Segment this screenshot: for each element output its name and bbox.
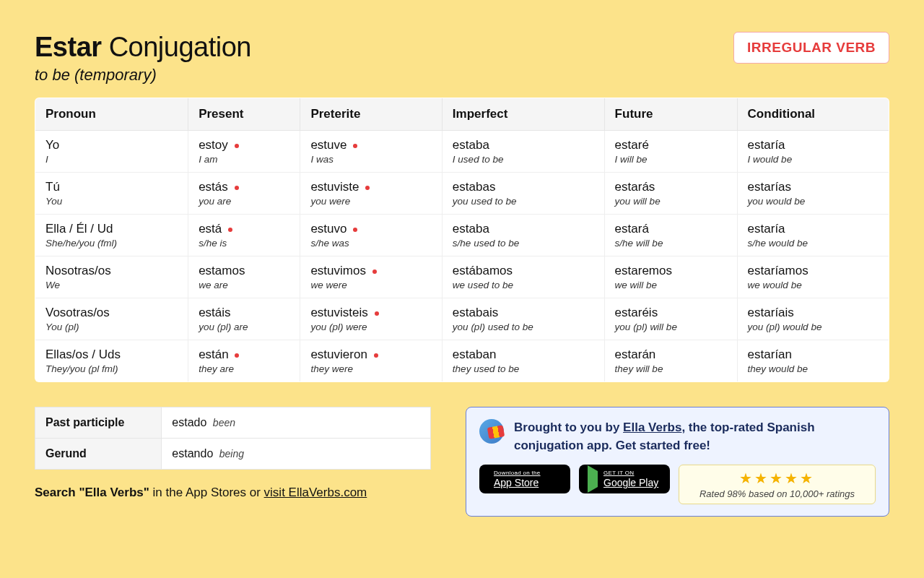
pronoun-cell: TúYou (35, 173, 188, 215)
conjugation-table: PronounPresentPreteriteImperfectFutureCo… (35, 98, 889, 382)
conjugation-cell: estarás/he will be (604, 215, 737, 256)
conjugation-cell: estuvieron they were (300, 340, 442, 382)
irregular-dot-icon (228, 228, 232, 232)
gerund-label: Gerund (35, 439, 162, 470)
play-icon (588, 471, 598, 488)
conjugation-cell: estaríaisyou (pl) would be (737, 298, 889, 340)
conjugation-cell: estuve I was (300, 131, 442, 173)
past-participle-row: Past participle estado been (35, 407, 431, 439)
conjugation-cell: estuvisteis you (pl) were (300, 298, 442, 340)
conjugation-cell: estaríaI would be (737, 131, 889, 173)
irregular-dot-icon (375, 311, 379, 316)
conjugation-cell: estabas/he used to be (442, 215, 604, 256)
promo-top: Brought to you by Ella Verbs, the top-ra… (479, 419, 876, 454)
column-header: Pronoun (35, 98, 188, 131)
visit-link[interactable]: visit EllaVerbs.com (264, 486, 367, 499)
conjugation-cell: estaréisyou (pl) will be (604, 298, 737, 340)
conjugation-cell: estarásyou will be (604, 173, 737, 215)
rating-text: Rated 98% based on 10,000+ ratings (699, 488, 855, 499)
irregular-dot-icon (365, 186, 370, 190)
table-row: Vosotras/osYou (pl)estáisyou (pl) areest… (35, 298, 889, 340)
conjugation-cell: estabaI used to be (442, 131, 604, 173)
promo-text: Brought to you by Ella Verbs, the top-ra… (514, 419, 876, 454)
pronoun-cell: Ellas/os / UdsThey/you (pl fml) (35, 340, 188, 382)
conjugation-cell: estás you are (188, 173, 300, 215)
pronoun-cell: YoI (35, 131, 188, 173)
irregular-dot-icon (235, 144, 239, 148)
conjugation-cell: estarías/he would be (737, 215, 889, 256)
past-participle-value: estado been (162, 407, 431, 439)
table-row: TúYouestás you areestuviste you wereesta… (35, 173, 889, 215)
irregular-dot-icon (372, 269, 377, 274)
gerund-value: estando being (162, 439, 431, 470)
table-row: YoIestoy I amestuve I wasestabaI used to… (35, 131, 889, 173)
conjugation-cell: estabasyou used to be (442, 173, 604, 215)
bottom-section: Past participle estado been Gerund estan… (35, 407, 889, 517)
promo-bottom: Download on the App Store GET IT ON Goog… (479, 465, 876, 504)
conjugation-cell: estaríanthey would be (737, 340, 889, 382)
column-header: Conditional (737, 98, 889, 131)
conjugation-cell: estuviste you were (300, 173, 442, 215)
globe-icon (479, 419, 504, 444)
conjugation-cell: estabanthey used to be (442, 340, 604, 382)
conjugation-cell: estaremoswe will be (604, 256, 737, 298)
irregular-badge: IRREGULAR VERB (733, 32, 889, 64)
conjugation-cell: estuvo s/he was (300, 215, 442, 256)
column-header: Imperfect (442, 98, 604, 131)
table-header-row: PronounPresentPreteriteImperfectFutureCo… (35, 98, 889, 131)
column-header: Future (604, 98, 737, 131)
conjugation-cell: estuvimos we were (300, 256, 442, 298)
table-row: Ellas/os / UdsThey/you (pl fml)están the… (35, 340, 889, 382)
conjugation-cell: están they are (188, 340, 300, 382)
conjugation-cell: estamoswe are (188, 256, 300, 298)
pronoun-cell: Ella / Él / UdShe/he/you (fml) (35, 215, 188, 256)
conjugation-cell: está s/he is (188, 215, 300, 256)
irregular-dot-icon (235, 353, 239, 358)
table-row: Ella / Él / UdShe/he/you (fml)está s/he … (35, 215, 889, 256)
conjugation-cell: estáisyou (pl) are (188, 298, 300, 340)
title-suffix: Conjugation (109, 32, 251, 62)
ella-verbs-link[interactable]: Ella Verbs (623, 420, 681, 434)
conjugation-cell: estaríasyou would be (737, 173, 889, 215)
gerund-row: Gerund estando being (35, 439, 431, 470)
conjugation-cell: estaréI will be (604, 131, 737, 173)
appstore-button[interactable]: Download on the App Store (479, 465, 570, 493)
search-strong: Search "Ella Verbs" (35, 486, 149, 499)
conjugation-cell: estaríamoswe would be (737, 256, 889, 298)
table-row: Nosotras/osWeestamoswe areestuvimos we w… (35, 256, 889, 298)
page-title: Estar Conjugation (35, 32, 251, 63)
pronoun-cell: Vosotras/osYou (pl) (35, 298, 188, 340)
irregular-dot-icon (374, 353, 378, 358)
rating-box: ★★★★★ Rated 98% based on 10,000+ ratings (679, 465, 876, 504)
conjugation-cell: estábamoswe used to be (442, 256, 604, 298)
past-participle-label: Past participle (35, 407, 162, 439)
header: Estar Conjugation to be (temporary) IRRE… (35, 32, 889, 85)
pronoun-cell: Nosotras/osWe (35, 256, 188, 298)
verb-name: Estar (35, 32, 102, 62)
title-block: Estar Conjugation to be (temporary) (35, 32, 251, 85)
left-column: Past participle estado been Gerund estan… (35, 407, 431, 500)
promo-box: Brought to you by Ella Verbs, the top-ra… (466, 407, 889, 517)
irregular-dot-icon (353, 228, 357, 232)
column-header: Present (188, 98, 300, 131)
stars-icon: ★★★★★ (739, 470, 815, 487)
subtitle: to be (temporary) (35, 66, 251, 85)
irregular-dot-icon (235, 186, 239, 190)
conjugation-cell: estabaisyou (pl) used to be (442, 298, 604, 340)
googleplay-button[interactable]: GET IT ON Google Play (579, 465, 670, 493)
search-rest: in the App Stores or (149, 486, 264, 499)
table-body: YoIestoy I amestuve I wasestabaI used to… (35, 131, 889, 382)
forms-table: Past participle estado been Gerund estan… (35, 407, 431, 470)
irregular-dot-icon (353, 144, 357, 148)
column-header: Preterite (300, 98, 442, 131)
search-line: Search "Ella Verbs" in the App Stores or… (35, 486, 431, 500)
conjugation-cell: estaránthey will be (604, 340, 737, 382)
conjugation-cell: estoy I am (188, 131, 300, 173)
